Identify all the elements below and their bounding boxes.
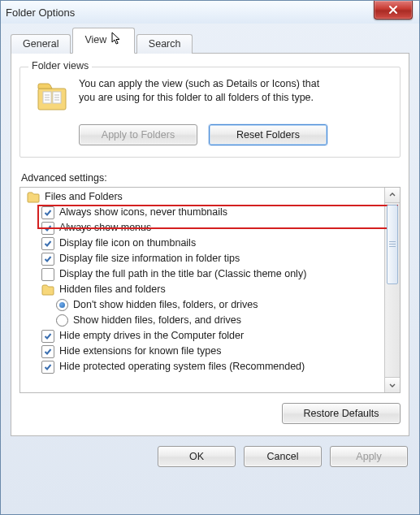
checkbox-icon (41, 330, 54, 343)
cursor-icon (111, 32, 123, 49)
svg-rect-0 (38, 89, 66, 110)
tree-viewport[interactable]: Files and FoldersAlways show icons, neve… (20, 188, 384, 392)
tree-radio[interactable]: Show hidden files, folders, and drives (24, 313, 383, 328)
scroll-track[interactable] (385, 203, 400, 377)
radio-icon (56, 314, 68, 327)
tree-check[interactable]: Hide extensions for known file types (24, 344, 383, 359)
apply-label: Apply (356, 451, 381, 462)
tree-item-label: Don't show hidden files, folders, or dri… (73, 297, 258, 313)
folder-views-icon (33, 79, 71, 116)
tree-item-label: Display file icon on thumbnails (59, 236, 196, 251)
tree-check[interactable]: Display file icon on thumbnails (24, 236, 383, 251)
tree-check[interactable]: Hide protected operating system files (R… (24, 359, 383, 374)
tree-item-label: Hide extensions for known file types (59, 344, 221, 359)
checkbox-icon (41, 361, 54, 374)
cancel-label: Cancel (267, 451, 299, 462)
tree-item-label: Always show menus (59, 220, 151, 236)
checkbox-icon (41, 237, 54, 250)
close-button[interactable] (374, 1, 413, 19)
tree-check[interactable]: Display the full path in the title bar (… (24, 266, 383, 282)
tree-item-label: Hide protected operating system files (R… (59, 359, 305, 374)
folder-views-text: You can apply the view (such as Details … (79, 77, 390, 105)
dialog-button-row: OK Cancel Apply (1, 436, 419, 467)
ok-button[interactable]: OK (158, 446, 236, 467)
vertical-scrollbar[interactable] (384, 188, 400, 392)
tree-item-label: Show hidden files, folders, and drives (73, 313, 241, 328)
folder-views-text-line: you are using for this folder to all fol… (79, 91, 390, 105)
cancel-button[interactable]: Cancel (244, 446, 322, 467)
tree-radio[interactable]: Don't show hidden files, folders, or dri… (24, 297, 383, 313)
apply-to-folders-button[interactable]: Apply to Folders (79, 124, 197, 145)
folder-options-window: Folder Options General View Search Folde… (0, 0, 420, 515)
titlebar: Folder Options (1, 1, 419, 24)
chevron-up-icon (389, 192, 396, 198)
tree-check[interactable]: Hide empty drives in the Computer folder (24, 328, 383, 344)
restore-defaults-button[interactable]: Restore Defaults (282, 403, 401, 424)
checkbox-icon (41, 268, 54, 281)
scroll-thumb[interactable] (387, 205, 398, 284)
restore-defaults-label: Restore Defaults (303, 408, 379, 419)
scroll-down-button[interactable] (385, 377, 400, 392)
scroll-up-button[interactable] (385, 188, 400, 203)
tree-check[interactable]: Always show menus (24, 220, 383, 236)
tab-search[interactable]: Search (136, 34, 193, 54)
checkbox-icon (41, 222, 54, 235)
close-icon (388, 5, 398, 15)
chevron-down-icon (389, 382, 396, 388)
reset-folders-label: Reset Folders (236, 129, 300, 141)
folder-icon (27, 192, 40, 203)
advanced-settings-label: Advanced settings: (21, 172, 399, 184)
tree-root-label: Files and Folders (45, 189, 123, 205)
folder-icon (41, 284, 54, 296)
apply-to-folders-label: Apply to Folders (102, 129, 175, 141)
tab-general-label: General (23, 38, 58, 50)
checkbox-icon (41, 345, 54, 358)
folder-views-group: Folder views You can apply the view (suc… (19, 67, 401, 158)
window-title: Folder Options (6, 6, 75, 19)
checkbox-icon (41, 253, 54, 266)
tree-check[interactable]: Always show icons, never thumbnails (24, 205, 383, 220)
advanced-settings-tree: Files and FoldersAlways show icons, neve… (19, 187, 401, 393)
tab-view[interactable]: View (72, 28, 134, 54)
folder-views-text-line: You can apply the view (such as Details … (79, 77, 390, 91)
tab-strip: General View Search (11, 32, 409, 54)
tab-view-label: View (84, 34, 106, 45)
tab-page-view: Folder views You can apply the view (suc… (11, 54, 409, 436)
ok-label: OK (189, 451, 204, 462)
tree-folder[interactable]: Hidden files and folders (24, 282, 383, 297)
tab-general[interactable]: General (11, 34, 71, 54)
tree-root[interactable]: Files and Folders (24, 189, 383, 205)
apply-button[interactable]: Apply (330, 446, 408, 467)
tree-check[interactable]: Display file size information in folder … (24, 251, 383, 266)
scroll-grips-icon (389, 241, 396, 248)
tab-search-label: Search (149, 38, 181, 50)
checkbox-icon (41, 206, 54, 219)
radio-icon (56, 299, 68, 311)
folder-views-legend: Folder views (28, 60, 92, 71)
tree-item-label: Always show icons, never thumbnails (59, 205, 227, 220)
tree-item-label: Hide empty drives in the Computer folder (59, 328, 244, 344)
tree-item-label: Hidden files and folders (59, 282, 166, 297)
tree-item-label: Display file size information in folder … (59, 251, 240, 266)
tree-item-label: Display the full path in the title bar (… (59, 266, 306, 282)
reset-folders-button[interactable]: Reset Folders (209, 124, 327, 145)
